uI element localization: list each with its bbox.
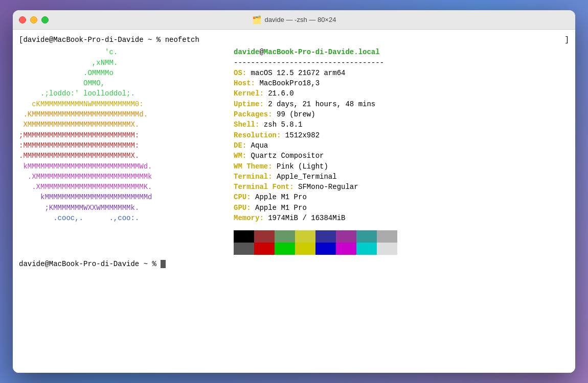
prompt-line-bottom: davide@MacBook-Pro-di-Davide ~ % <box>19 259 569 269</box>
color-block-bright-blue <box>315 243 336 255</box>
ascii-line-9: ;MMMMMMMMMMMMMMMMMMMMMMMMMM: <box>19 130 234 140</box>
ascii-line-17: .cooc,. .,coo:. <box>19 213 234 223</box>
info-host: Host: MacBookPro18,3 <box>234 78 569 88</box>
info-uptime: Uptime: 2 days, 21 hours, 48 mins <box>234 99 569 109</box>
color-block-bright-black <box>234 243 254 255</box>
prompt-text-top: [davide@MacBook-Pro-di-Davide ~ % neofet… <box>19 36 199 44</box>
ascii-line-1: 'c. <box>19 47 234 57</box>
info-separator: ----------------------------------- <box>234 58 569 68</box>
window-title: 🗂️ davide — -zsh — 80×24 <box>252 15 336 25</box>
color-row-2 <box>234 243 569 255</box>
bracket-right: ] <box>565 35 569 45</box>
traffic-lights <box>19 16 49 23</box>
info-kernel: Kernel: 21.6.0 <box>234 88 569 99</box>
info-wm: WM: Quartz Compositor <box>234 151 569 161</box>
color-block-bright-green <box>275 243 295 255</box>
terminal-body[interactable]: [davide@MacBook-Pro-di-Davide ~ % neofet… <box>13 30 575 373</box>
cursor <box>161 260 166 268</box>
color-block-bright-cyan <box>356 243 377 255</box>
info-de: DE: Aqua <box>234 140 569 151</box>
title-icon: 🗂️ <box>252 15 262 25</box>
ascii-line-8: XMMMMMMMMMMMMMMMMMMMMMMMMX. <box>19 119 234 130</box>
info-memory: Memory: 1974MiB / 16384MiB <box>234 213 569 223</box>
terminal-window: 🗂️ davide — -zsh — 80×24 [davide@MacBook… <box>13 10 575 373</box>
info-terminal: Terminal: Apple_Terminal <box>234 172 569 182</box>
info-cpu: CPU: Apple M1 Pro <box>234 192 569 202</box>
ascii-line-12: kMMMMMMMMMMMMMMMMMMMMMMMMMMWd. <box>19 161 234 172</box>
info-shell: Shell: zsh 5.8.1 <box>234 119 569 130</box>
info-gpu: GPU: Apple M1 Pro <box>234 203 569 213</box>
info-terminal-font: Terminal Font: SFMono-Regular <box>234 182 569 192</box>
color-block-dark-red <box>254 230 275 243</box>
color-block-bright-magenta <box>336 243 356 255</box>
minimize-button[interactable] <box>30 16 37 23</box>
ascii-line-11: .MMMMMMMMMMMMMMMMMMMMMMMMMX. <box>19 151 234 161</box>
color-block-dark-blue <box>315 230 336 243</box>
color-block-bright-yellow <box>295 243 315 255</box>
info-os: OS: macOS 12.5 21G72 arm64 <box>234 68 569 78</box>
prompt-line-top: [davide@MacBook-Pro-di-Davide ~ % neofet… <box>19 35 569 45</box>
color-row-1 <box>234 230 569 243</box>
close-button[interactable] <box>19 16 26 23</box>
color-block-dark-magenta <box>336 230 356 243</box>
info-username: davide@MacBook-Pro-di-Davide.local <box>234 47 569 57</box>
neofetch-output: 'c. ,xNMM. .OMMMMo OMMO, .;loddo:' <box>19 47 569 223</box>
maximize-button[interactable] <box>41 16 49 23</box>
color-block-dark-yellow <box>295 230 315 243</box>
ascii-art: 'c. ,xNMM. .OMMMMo OMMO, .;loddo:' <box>19 47 234 223</box>
color-blocks <box>234 230 569 255</box>
ascii-line-15: kMMMMMMMMMMMMMMMMMMMMMMMMd <box>19 192 234 202</box>
ascii-line-4: OMMO, <box>19 78 234 88</box>
info-resolution: Resolution: 1512x982 <box>234 130 569 140</box>
ascii-line-13: .XMMMMMMMMMMMMMMMMMMMMMMMMMMk <box>19 172 234 182</box>
prompt-text-bottom: davide@MacBook-Pro-di-Davide ~ % <box>19 260 161 268</box>
ascii-line-6: cKMMMMMMMMMMNWMMMMMMMMMM0: <box>19 99 234 109</box>
ascii-line-3: .OMMMMo <box>19 68 234 78</box>
color-block-bright-red <box>254 243 275 255</box>
ascii-line-16: ;KMMMMMMMWXXWMMMMMMMk. <box>19 203 234 213</box>
ascii-line-5: .;loddo:' loolloddol;. <box>19 88 234 99</box>
ascii-line-10: :MMMMMMMMMMMMMMMMMMMMMMMMMM: <box>19 140 234 151</box>
ascii-line-7: .KMMMMMMMMMMMMMMMMMMMMMMMMMd. <box>19 109 234 119</box>
title-bar: 🗂️ davide — -zsh — 80×24 <box>13 10 575 30</box>
color-block-bright-white <box>377 243 397 255</box>
color-block-dark-cyan <box>356 230 377 243</box>
info-packages: Packages: 99 (brew) <box>234 109 569 119</box>
color-block-black <box>234 230 254 243</box>
color-block-dark-white <box>377 230 397 243</box>
ascii-line-14: .XMMMMMMMMMMMMMMMMMMMMMMMMK. <box>19 182 234 192</box>
info-wm-theme: WM Theme: Pink (Light) <box>234 161 569 172</box>
color-block-dark-green <box>275 230 295 243</box>
ascii-line-2: ,xNMM. <box>19 58 234 68</box>
info-panel: davide@MacBook-Pro-di-Davide.local -----… <box>234 47 569 223</box>
